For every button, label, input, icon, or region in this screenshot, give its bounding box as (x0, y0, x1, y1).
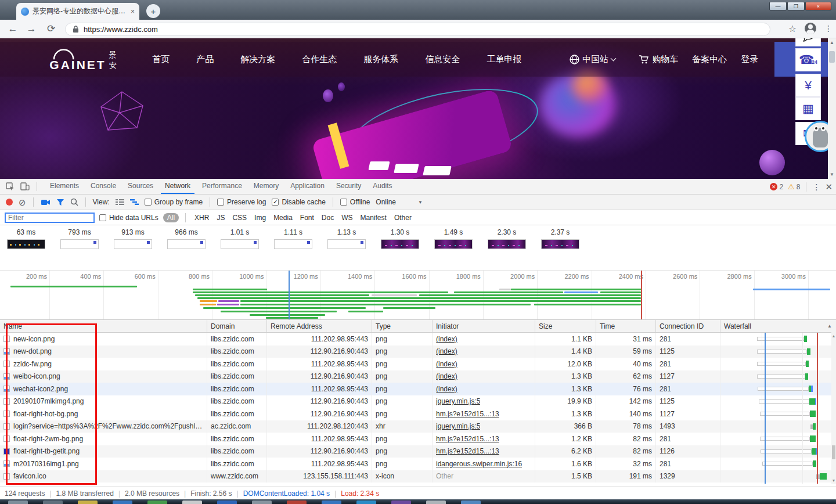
preserve-log-checkbox[interactable]: Preserve log (217, 198, 266, 206)
filter-type-xhr[interactable]: XHR (194, 214, 209, 222)
column-header-type[interactable]: Type (372, 320, 433, 332)
network-request-row[interactable]: new-dot.pnglibs.zzidc.com112.90.216.90:4… (0, 345, 831, 358)
filmstrip-frame[interactable] (434, 239, 473, 249)
tab-security[interactable]: Security (332, 179, 365, 194)
forward-button[interactable]: → (26, 23, 37, 35)
back-button[interactable]: ← (7, 23, 19, 35)
tab-application[interactable]: Application (286, 179, 329, 194)
taskbar-icon[interactable] (356, 501, 376, 504)
filter-type-img[interactable]: Img (254, 214, 266, 222)
tab-audits[interactable]: Audits (369, 179, 396, 194)
initiator-link[interactable]: (index) (436, 360, 457, 368)
network-request-row[interactable]: float-right-tb-getit.pnglibs.zzidc.com11… (0, 445, 831, 458)
filmstrip-frame[interactable] (60, 239, 99, 249)
currency-yen-icon[interactable]: ¥ (795, 74, 821, 97)
initiator-link[interactable]: hm.js?e152d15...:13 (436, 435, 499, 443)
filter-input[interactable] (5, 213, 95, 223)
reload-button[interactable]: ⟳ (45, 23, 57, 35)
beian-link[interactable]: 备案中心 (692, 54, 727, 65)
initiator-link[interactable]: jquery.min.js:5 (436, 397, 480, 405)
profile-avatar[interactable] (805, 23, 816, 34)
taskbar-icon[interactable] (391, 501, 411, 504)
filter-type-other[interactable]: Other (394, 214, 412, 222)
table-scroll-down-icon[interactable]: ▼ (831, 478, 836, 483)
taskbar-icon[interactable] (217, 501, 237, 504)
taskbar-icon[interactable] (426, 501, 446, 504)
tab-network[interactable]: Network (161, 179, 194, 194)
filmstrip-camera-icon[interactable] (41, 199, 51, 206)
console-warnings[interactable]: ⚠ 8 (788, 182, 800, 191)
nav-item-4[interactable]: 合作生态 (302, 54, 337, 65)
initiator-link[interactable]: jquery.min.js:5 (436, 422, 480, 430)
filter-type-doc[interactable]: Doc (322, 214, 334, 222)
filter-type-css[interactable]: CSS (232, 214, 247, 222)
network-request-row[interactable]: wechat-icon2.pnglibs.zzidc.com111.202.98… (0, 383, 831, 395)
filmstrip-frame[interactable] (167, 239, 206, 249)
table-scroll-up-icon[interactable]: ▲ (831, 334, 836, 338)
nav-item-2[interactable]: 产品 (196, 54, 214, 65)
view-waterfall-icon[interactable] (130, 199, 139, 206)
restore-button[interactable]: ❐ (787, 2, 805, 10)
filmstrip-frame[interactable] (541, 239, 579, 249)
column-header-size[interactable]: Size (535, 320, 596, 332)
filmstrip-frame[interactable] (221, 239, 259, 249)
scroll-up-icon[interactable]: ▲ (828, 40, 836, 45)
initiator-link[interactable]: (index) (436, 347, 457, 355)
page-scrollbar[interactable]: ▲ ▼ (828, 38, 836, 179)
bookmark-star-icon[interactable]: ☆ (788, 23, 797, 34)
network-request-row[interactable]: favicon.icowww.zzidc.com123.155.158.111:… (0, 470, 831, 483)
inspect-element-icon[interactable] (6, 182, 15, 191)
initiator-link[interactable]: (index) (436, 385, 457, 393)
filmstrip-frame[interactable] (381, 239, 419, 249)
nav-item-7[interactable]: 工单申报 (487, 54, 521, 65)
taskbar-icon[interactable] (287, 501, 307, 504)
column-header-remote-address[interactable]: Remote Address (267, 320, 372, 332)
address-bar[interactable]: https://www.zzidc.com (65, 23, 770, 36)
browser-tab[interactable]: 景安网络-专业的数据中心服务商 × (16, 3, 139, 20)
table-scroll-thumb[interactable] (832, 445, 835, 459)
nav-item-5[interactable]: 服务体系 (363, 54, 398, 65)
close-button[interactable]: × (805, 2, 831, 10)
filter-type-ws[interactable]: WS (341, 214, 352, 222)
column-header-initiator[interactable]: Initiator (433, 320, 535, 332)
site-logo[interactable]: GAINET 景安 (51, 46, 121, 72)
disable-cache-checkbox[interactable]: ✓Disable cache (272, 198, 325, 206)
nav-item-1[interactable]: 首页 (152, 54, 170, 65)
column-header-connection-id[interactable]: Connection ID (656, 320, 720, 332)
tab-sources[interactable]: Sources (124, 179, 157, 194)
timeline-overview[interactable]: 200 ms400 ms600 ms800 ms1000 ms1200 ms14… (0, 271, 836, 320)
page-scroll-thumb[interactable] (829, 51, 835, 63)
qr-code-icon[interactable]: ▦ (795, 97, 821, 120)
network-request-row[interactable]: float-right-hot-bg.pnglibs.zzidc.com112.… (0, 408, 831, 420)
taskbar-icon[interactable] (182, 501, 202, 504)
column-header-name[interactable]: Name (0, 320, 207, 332)
devtools-close-icon[interactable]: ✕ (825, 182, 833, 192)
taskbar-icon[interactable] (322, 501, 341, 504)
phone-24-icon[interactable]: ☎24 (795, 48, 821, 71)
group-by-frame-checkbox[interactable]: Group by frame (145, 198, 203, 206)
minimize-button[interactable]: — (769, 2, 787, 10)
new-tab-button[interactable]: + (146, 4, 160, 18)
filmstrip-frame[interactable] (7, 239, 45, 249)
view-list-icon[interactable] (116, 199, 124, 206)
throttling-dropdown-icon[interactable]: ▼ (418, 200, 423, 205)
chat-icon[interactable]: 💬 (795, 38, 821, 46)
filter-funnel-icon[interactable] (56, 199, 64, 206)
taskbar-icon[interactable] (8, 501, 28, 504)
taskbar-icon[interactable] (113, 501, 132, 504)
table-scrollbar[interactable]: ▲ ▼ (831, 320, 836, 484)
tab-performance[interactable]: Performance (198, 179, 246, 194)
taskbar-icon[interactable] (252, 501, 272, 504)
taskbar-icon[interactable] (461, 501, 481, 504)
filmstrip-frame[interactable] (114, 239, 152, 249)
filmstrip-frame[interactable] (327, 239, 366, 249)
clear-icon[interactable]: ⊘ (19, 198, 26, 207)
throttling-select[interactable]: Online (376, 198, 396, 206)
column-header-domain[interactable]: Domain (207, 320, 267, 332)
taskbar-icon[interactable] (147, 501, 167, 504)
filter-type-manifest[interactable]: Manifest (361, 214, 387, 222)
scroll-down-icon[interactable]: ▼ (828, 172, 836, 177)
filter-type-all[interactable]: All (163, 213, 179, 222)
tab-close-icon[interactable]: × (131, 8, 135, 16)
network-request-row[interactable]: m20170316img1.pnglibs.zzidc.com111.202.9… (0, 458, 831, 470)
